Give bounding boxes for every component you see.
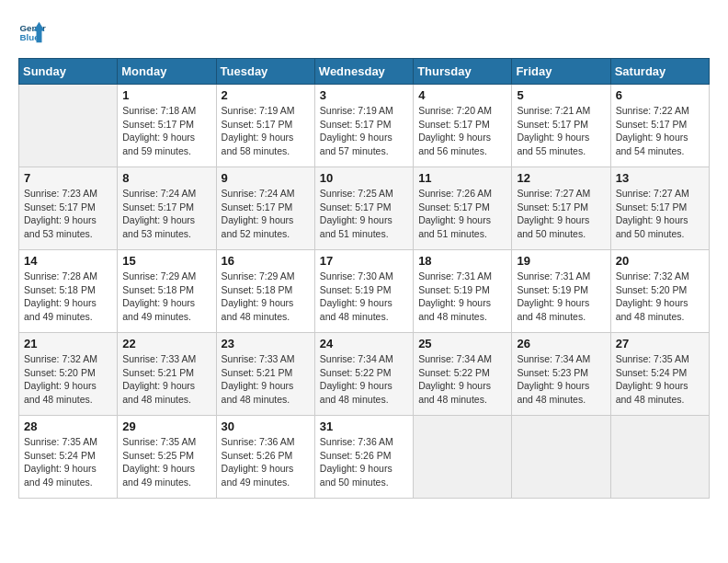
day-number: 3	[320, 88, 408, 102]
day-info: Sunrise: 7:26 AM Sunset: 5:17 PM Dayligh…	[418, 187, 506, 241]
weekday-header-friday: Friday	[512, 59, 610, 85]
day-number: 25	[418, 337, 506, 350]
day-number: 5	[517, 88, 605, 102]
day-info: Sunrise: 7:22 AM Sunset: 5:17 PM Dayligh…	[616, 104, 704, 158]
day-info: Sunrise: 7:24 AM Sunset: 5:17 PM Dayligh…	[222, 187, 310, 241]
calendar-cell: 27Sunrise: 7:35 AM Sunset: 5:24 PM Dayli…	[610, 333, 709, 416]
calendar-cell: 1Sunrise: 7:18 AM Sunset: 5:17 PM Daylig…	[118, 85, 216, 167]
calendar-cell: 3Sunrise: 7:19 AM Sunset: 5:17 PM Daylig…	[314, 85, 413, 167]
calendar-week-4: 21Sunrise: 7:32 AM Sunset: 5:20 PM Dayli…	[19, 333, 710, 416]
day-number: 18	[418, 254, 506, 268]
day-info: Sunrise: 7:28 AM Sunset: 5:18 PM Dayligh…	[24, 270, 112, 324]
day-info: Sunrise: 7:35 AM Sunset: 5:25 PM Dayligh…	[122, 435, 210, 489]
day-number: 30	[222, 419, 310, 433]
day-number: 23	[222, 337, 310, 350]
logo: General Blue	[18, 18, 51, 46]
day-info: Sunrise: 7:27 AM Sunset: 5:17 PM Dayligh…	[616, 187, 704, 241]
calendar-cell: 22Sunrise: 7:33 AM Sunset: 5:21 PM Dayli…	[118, 333, 216, 416]
day-info: Sunrise: 7:32 AM Sunset: 5:20 PM Dayligh…	[616, 270, 704, 324]
day-number: 31	[320, 419, 408, 433]
calendar-body: 1Sunrise: 7:18 AM Sunset: 5:17 PM Daylig…	[19, 85, 710, 499]
calendar-cell: 29Sunrise: 7:35 AM Sunset: 5:25 PM Dayli…	[118, 416, 216, 499]
day-info: Sunrise: 7:18 AM Sunset: 5:17 PM Dayligh…	[122, 104, 210, 158]
calendar-header: SundayMondayTuesdayWednesdayThursdayFrid…	[19, 59, 710, 85]
day-number: 16	[222, 254, 310, 268]
calendar-cell: 19Sunrise: 7:31 AM Sunset: 5:19 PM Dayli…	[512, 250, 610, 333]
day-info: Sunrise: 7:33 AM Sunset: 5:21 PM Dayligh…	[222, 352, 310, 407]
calendar-cell	[19, 85, 118, 167]
day-info: Sunrise: 7:31 AM Sunset: 5:19 PM Dayligh…	[517, 270, 605, 324]
day-info: Sunrise: 7:36 AM Sunset: 5:26 PM Dayligh…	[320, 435, 408, 489]
calendar-cell: 14Sunrise: 7:28 AM Sunset: 5:18 PM Dayli…	[19, 250, 118, 333]
logo-icon: General Blue	[18, 18, 46, 46]
calendar-cell: 9Sunrise: 7:24 AM Sunset: 5:17 PM Daylig…	[216, 167, 314, 250]
calendar-table: SundayMondayTuesdayWednesdayThursdayFrid…	[18, 58, 710, 499]
calendar-cell: 17Sunrise: 7:30 AM Sunset: 5:19 PM Dayli…	[314, 250, 413, 333]
day-info: Sunrise: 7:35 AM Sunset: 5:24 PM Dayligh…	[616, 352, 704, 407]
day-number: 9	[222, 171, 310, 185]
day-number: 1	[122, 88, 210, 102]
top-area: General Blue	[18, 18, 710, 51]
day-number: 20	[616, 254, 704, 268]
calendar-week-3: 14Sunrise: 7:28 AM Sunset: 5:18 PM Dayli…	[19, 250, 710, 333]
day-number: 29	[122, 419, 210, 433]
calendar-cell: 6Sunrise: 7:22 AM Sunset: 5:17 PM Daylig…	[610, 85, 709, 167]
weekday-header-sunday: Sunday	[19, 59, 118, 85]
calendar-cell: 12Sunrise: 7:27 AM Sunset: 5:17 PM Dayli…	[512, 167, 610, 250]
calendar-cell: 18Sunrise: 7:31 AM Sunset: 5:19 PM Dayli…	[414, 250, 512, 333]
day-number: 4	[418, 88, 506, 102]
calendar-cell	[414, 416, 512, 499]
calendar-week-2: 7Sunrise: 7:23 AM Sunset: 5:17 PM Daylig…	[19, 167, 710, 250]
day-number: 21	[24, 337, 112, 350]
day-info: Sunrise: 7:19 AM Sunset: 5:17 PM Dayligh…	[320, 104, 408, 158]
calendar-cell	[610, 416, 709, 499]
calendar-week-5: 28Sunrise: 7:35 AM Sunset: 5:24 PM Dayli…	[19, 416, 710, 499]
calendar-cell: 23Sunrise: 7:33 AM Sunset: 5:21 PM Dayli…	[216, 333, 314, 416]
calendar-cell: 28Sunrise: 7:35 AM Sunset: 5:24 PM Dayli…	[19, 416, 118, 499]
day-number: 19	[517, 254, 605, 268]
weekday-header-thursday: Thursday	[414, 59, 512, 85]
weekday-header-monday: Monday	[118, 59, 216, 85]
calendar-cell: 15Sunrise: 7:29 AM Sunset: 5:18 PM Dayli…	[118, 250, 216, 333]
day-number: 26	[517, 337, 605, 350]
day-number: 22	[122, 337, 210, 350]
calendar-cell: 16Sunrise: 7:29 AM Sunset: 5:18 PM Dayli…	[216, 250, 314, 333]
day-number: 17	[320, 254, 408, 268]
calendar-cell	[512, 416, 610, 499]
day-info: Sunrise: 7:19 AM Sunset: 5:17 PM Dayligh…	[222, 104, 310, 158]
calendar-cell: 4Sunrise: 7:20 AM Sunset: 5:17 PM Daylig…	[414, 85, 512, 167]
calendar-cell: 11Sunrise: 7:26 AM Sunset: 5:17 PM Dayli…	[414, 167, 512, 250]
day-info: Sunrise: 7:35 AM Sunset: 5:24 PM Dayligh…	[24, 435, 112, 489]
day-info: Sunrise: 7:32 AM Sunset: 5:20 PM Dayligh…	[24, 352, 112, 407]
day-number: 7	[24, 171, 112, 185]
day-info: Sunrise: 7:23 AM Sunset: 5:17 PM Dayligh…	[24, 187, 112, 241]
day-info: Sunrise: 7:34 AM Sunset: 5:22 PM Dayligh…	[418, 352, 506, 407]
calendar-cell: 26Sunrise: 7:34 AM Sunset: 5:23 PM Dayli…	[512, 333, 610, 416]
day-number: 6	[616, 88, 704, 102]
calendar-cell: 7Sunrise: 7:23 AM Sunset: 5:17 PM Daylig…	[19, 167, 118, 250]
calendar-cell: 31Sunrise: 7:36 AM Sunset: 5:26 PM Dayli…	[314, 416, 413, 499]
calendar-cell: 5Sunrise: 7:21 AM Sunset: 5:17 PM Daylig…	[512, 85, 610, 167]
day-number: 14	[24, 254, 112, 268]
weekday-header-wednesday: Wednesday	[314, 59, 413, 85]
weekday-header-row: SundayMondayTuesdayWednesdayThursdayFrid…	[19, 59, 710, 85]
weekday-header-saturday: Saturday	[610, 59, 709, 85]
day-info: Sunrise: 7:29 AM Sunset: 5:18 PM Dayligh…	[122, 270, 210, 324]
day-number: 27	[616, 337, 704, 350]
calendar-cell: 8Sunrise: 7:24 AM Sunset: 5:17 PM Daylig…	[118, 167, 216, 250]
day-info: Sunrise: 7:29 AM Sunset: 5:18 PM Dayligh…	[222, 270, 310, 324]
day-info: Sunrise: 7:20 AM Sunset: 5:17 PM Dayligh…	[418, 104, 506, 158]
calendar-cell: 21Sunrise: 7:32 AM Sunset: 5:20 PM Dayli…	[19, 333, 118, 416]
day-info: Sunrise: 7:25 AM Sunset: 5:17 PM Dayligh…	[320, 187, 408, 241]
calendar-cell: 2Sunrise: 7:19 AM Sunset: 5:17 PM Daylig…	[216, 85, 314, 167]
day-number: 2	[222, 88, 310, 102]
day-info: Sunrise: 7:33 AM Sunset: 5:21 PM Dayligh…	[122, 352, 210, 407]
day-number: 11	[418, 171, 506, 185]
day-info: Sunrise: 7:27 AM Sunset: 5:17 PM Dayligh…	[517, 187, 605, 241]
calendar-cell: 25Sunrise: 7:34 AM Sunset: 5:22 PM Dayli…	[414, 333, 512, 416]
day-number: 12	[517, 171, 605, 185]
day-number: 10	[320, 171, 408, 185]
day-info: Sunrise: 7:24 AM Sunset: 5:17 PM Dayligh…	[122, 187, 210, 241]
calendar-cell: 13Sunrise: 7:27 AM Sunset: 5:17 PM Dayli…	[610, 167, 709, 250]
day-number: 8	[122, 171, 210, 185]
